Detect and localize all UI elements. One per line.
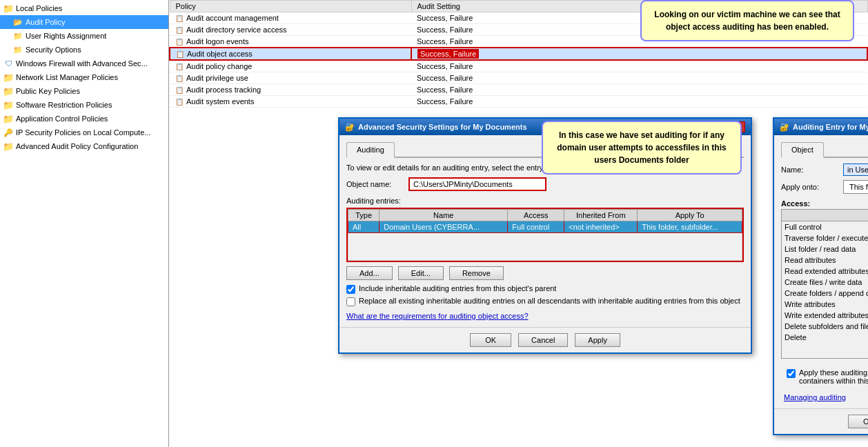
audit-entry-bottom-btns: OK Cancel: [774, 408, 868, 434]
entries-label: Auditing entries:: [346, 197, 744, 205]
remove-button[interactable]: Remove: [449, 266, 504, 280]
key-icon: 🔑: [3, 127, 14, 138]
apply-onto-row: Apply onto: This folder, subfolders and …: [781, 180, 868, 194]
name-value: in Users (CYBERRAIJU\Domain Users): [843, 163, 868, 176]
audit-entry-dialog: 🔐 Auditing Entry for My Documents ✕ Obje…: [773, 117, 868, 435]
access-row: Traverse folder / execute file: [782, 232, 868, 244]
audit-entry-icon: 🔐: [780, 122, 789, 132]
policy-icon: 📋: [175, 86, 184, 94]
ok-button-audit-entry[interactable]: OK: [848, 415, 868, 428]
access-item-name: Delete subfolders and files: [782, 321, 868, 332]
table-row-entry[interactable]: All Domain Users (CYBERRA... Full contro…: [348, 221, 742, 233]
policy-name: 📋Audit privilege use: [170, 72, 411, 84]
entry-name: Domain Users (CYBERRA...: [379, 221, 508, 233]
col-name: Name: [379, 210, 508, 221]
sidebar-item-ip-security[interactable]: 🔑 IP Security Policies on Local Compute.…: [0, 126, 168, 139]
entries-table: Type Name Access Inherited From Apply To…: [348, 209, 742, 261]
name-row: Name: in Users (CYBERRAIJU\Domain Users)…: [781, 163, 868, 176]
access-row: List folder / read data: [782, 244, 868, 255]
folder-icon: 📁: [12, 30, 23, 41]
policy-row[interactable]: 📋Audit system eventsSuccess, Failure: [170, 96, 867, 108]
access-item-name: Delete: [782, 332, 868, 343]
policy-icon: 📋: [175, 38, 184, 46]
folder-icon: 📁: [3, 72, 14, 83]
main-container: 📁 Local Policies 📂 Audit Policy 📁 User R…: [0, 0, 868, 447]
apply-button-advanced[interactable]: Apply: [575, 333, 620, 347]
policy-name: 📋Audit process tracking: [170, 84, 411, 96]
audit-entry-title: Auditing Entry for My Documents: [793, 123, 868, 131]
apply-objects-checkbox[interactable]: [787, 369, 796, 378]
inherit-checkbox[interactable]: [346, 285, 355, 294]
col-inherited: Inherited From: [564, 210, 638, 221]
access-row: Delete subfolders and files: [782, 321, 868, 332]
entry-access: Full control: [508, 221, 564, 233]
access-scroll-area[interactable]: Full controlTraverse folder / execute fi…: [781, 221, 868, 359]
dialog-icon: 🔐: [345, 122, 355, 132]
sidebar-item-security-options[interactable]: 📁 Security Options: [0, 43, 168, 57]
folder-icon: 📁: [3, 113, 14, 124]
sidebar-item-label: Network List Manager Policies: [16, 73, 118, 81]
policy-icon: 📋: [176, 50, 184, 58]
managing-auditing-link-row: Managing auditing: [781, 390, 868, 401]
checkbox-replace[interactable]: Replace all existing inheritable auditin…: [346, 297, 744, 306]
entry-inherited: <not inherited>: [564, 221, 638, 233]
sidebar-item-public-key[interactable]: 📁 Public Key Policies: [0, 84, 168, 98]
sidebar-item-advanced-audit[interactable]: 📁 Advanced Audit Policy Configuration: [0, 139, 168, 153]
sidebar-item-network-manager[interactable]: 📁 Network List Manager Policies: [0, 70, 168, 84]
sidebar-item-windows-firewall[interactable]: 🛡 Windows Firewall with Advanced Sec...: [0, 57, 168, 70]
access-row: Delete: [782, 332, 868, 343]
policy-name: 📋Audit logon events: [170, 36, 411, 48]
ok-button-advanced[interactable]: OK: [470, 333, 511, 347]
tab-object[interactable]: Object: [781, 142, 824, 158]
access-row: Read extended attributes: [782, 266, 868, 277]
access-item-name: Read attributes: [782, 255, 868, 266]
audit-entry-content: Object Name: in Users (CYBERRAIJU\Domain…: [774, 135, 868, 408]
audit-entry-titlebar: 🔐 Auditing Entry for My Documents ✕: [774, 119, 868, 135]
audit-entry-tab-bar: Object: [781, 142, 868, 158]
tab-auditing[interactable]: Auditing: [346, 142, 395, 158]
access-item-name: Traverse folder / execute file: [782, 232, 868, 244]
folder-icon: 📁: [3, 99, 14, 110]
policy-setting: Success, Failure: [411, 48, 867, 60]
sidebar-item-label: Software Restriction Policies: [16, 101, 112, 109]
policy-icon: 📋: [175, 98, 184, 106]
sidebar-item-software-restriction[interactable]: 📁 Software Restriction Policies: [0, 98, 168, 112]
sidebar: 📁 Local Policies 📂 Audit Policy 📁 User R…: [0, 0, 169, 447]
cancel-button-advanced[interactable]: Cancel: [518, 333, 568, 347]
checkbox-inheritable[interactable]: Include inheritable auditing entries fro…: [346, 284, 744, 294]
sidebar-item-audit-policy[interactable]: 📂 Audit Policy: [0, 15, 168, 29]
policy-icon: 📋: [175, 26, 184, 34]
annotation-text-2: In this case we have set auditing for if…: [557, 130, 726, 165]
policy-name: 📋Audit system events: [170, 96, 411, 108]
policy-name: 📋Audit object access: [170, 48, 411, 60]
policy-row[interactable]: 📋Audit privilege useSuccess, Failure: [170, 72, 867, 84]
sidebar-item-label: Security Options: [26, 46, 81, 54]
shield-icon: 🛡: [3, 58, 14, 69]
policy-name: 📋Audit directory service access: [170, 24, 411, 36]
policy-setting: Success, Failure: [411, 84, 867, 96]
object-name-label: Object name:: [346, 180, 408, 188]
policy-row[interactable]: 📋Audit object accessSuccess, Failure: [170, 48, 867, 60]
apply-onto-select[interactable]: This folder, subfolders and files: [843, 180, 868, 194]
entries-table-wrapper: Type Name Access Inherited From Apply To…: [346, 208, 744, 262]
access-row: Create files / write data: [782, 277, 868, 288]
object-name-row: Object name: C:\Users\JPMinty\Documents: [346, 177, 744, 191]
apply-checkbox-row: Apply these auditing entries to objects …: [781, 363, 868, 390]
policy-row[interactable]: 📋Audit policy changeSuccess, Failure: [170, 60, 867, 72]
add-button[interactable]: Add...: [346, 266, 393, 280]
policy-row[interactable]: 📋Audit process trackingSuccess, Failure: [170, 84, 867, 96]
access-row: Create folders / append data: [782, 288, 868, 299]
edit-button[interactable]: Edit...: [398, 266, 444, 280]
sidebar-item-local-policies[interactable]: 📁 Local Policies: [0, 1, 168, 15]
managing-auditing-link[interactable]: Managing auditing: [784, 393, 846, 401]
sidebar-item-label: Audit Policy: [26, 18, 65, 26]
auditing-requirements-link[interactable]: What are the requirements for auditing o…: [346, 312, 529, 320]
access-section-label: Access:: [781, 199, 868, 208]
entries-btn-row: Add... Edit... Remove: [346, 266, 744, 280]
sidebar-item-app-control[interactable]: 📁 Application Control Policies: [0, 112, 168, 126]
access-row: Read attributes: [782, 255, 868, 266]
sidebar-item-user-rights[interactable]: 📁 User Rights Assignment: [0, 29, 168, 43]
sidebar-item-label: User Rights Assignment: [26, 32, 106, 40]
replace-checkbox[interactable]: [346, 297, 355, 306]
col-apply-to: Apply To: [638, 210, 742, 221]
